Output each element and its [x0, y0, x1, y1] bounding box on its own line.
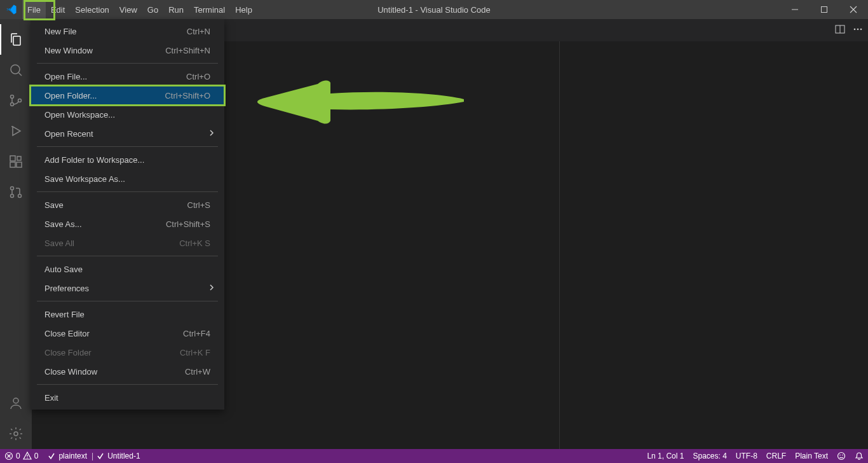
svg-point-13 — [11, 195, 14, 198]
svg-rect-11 — [17, 156, 21, 160]
menu-item-close-editor[interactable]: Close EditorCtrl+F4 — [31, 324, 224, 343]
menu-item-shortcut: Ctrl+W — [185, 367, 210, 377]
menu-help[interactable]: Help — [230, 0, 257, 19]
svg-point-6 — [18, 99, 22, 102]
activity-git-pr-icon[interactable] — [0, 177, 32, 207]
menu-item-label: Preferences — [44, 284, 89, 293]
menu-item-close-window[interactable]: Close WindowCtrl+W — [31, 362, 224, 381]
menu-item-label: Save As... — [44, 219, 82, 229]
svg-rect-0 — [792, 10, 798, 10]
menu-item-auto-save[interactable]: Auto Save — [31, 259, 224, 279]
menu-separator — [37, 63, 218, 64]
menu-item-exit[interactable]: Exit — [31, 388, 224, 407]
svg-point-4 — [11, 95, 14, 99]
activity-run-debug-icon[interactable] — [0, 116, 32, 146]
menu-selection[interactable]: Selection — [70, 0, 114, 19]
menu-terminal[interactable]: Terminal — [189, 0, 230, 19]
menu-item-shortcut: Ctrl+Shift+S — [166, 219, 210, 229]
svg-point-5 — [11, 103, 14, 106]
menu-item-shortcut: Ctrl+Shift+N — [165, 46, 210, 55]
menu-separator — [37, 301, 218, 301]
svg-rect-9 — [10, 162, 15, 167]
menu-item-save-as[interactable]: Save As...Ctrl+Shift+S — [31, 214, 224, 233]
menu-item-label: Close Editor — [44, 329, 90, 338]
menu-item-label: Close Window — [44, 367, 97, 377]
menu-item-shortcut: Ctrl+K S — [179, 238, 210, 248]
menu-item-shortcut: Ctrl+K F — [180, 348, 210, 357]
menu-item-preferences[interactable]: Preferences — [31, 279, 224, 298]
activity-source-control-icon[interactable] — [0, 85, 32, 116]
file-menu-dropdown: New FileCtrl+NNew WindowCtrl+Shift+NOpen… — [31, 19, 224, 410]
menu-item-add-folder-to-workspace[interactable]: Add Folder to Workspace... — [31, 150, 224, 169]
status-language-mode-left[interactable]: plaintext — [43, 449, 92, 463]
svg-point-27 — [842, 455, 843, 456]
menu-item-new-window[interactable]: New WindowCtrl+Shift+N — [31, 41, 224, 60]
menu-item-open-recent[interactable]: Open Recent — [31, 124, 224, 143]
menu-item-label: Open Recent — [44, 129, 93, 139]
menu-item-label: Add Folder to Workspace... — [44, 155, 144, 165]
activity-explorer-icon[interactable] — [0, 24, 32, 55]
menu-view[interactable]: View — [114, 0, 142, 19]
svg-rect-10 — [17, 162, 22, 167]
menu-separator — [37, 256, 218, 256]
status-feedback-icon[interactable] — [832, 449, 850, 463]
menu-item-open-file[interactable]: Open File...Ctrl+O — [31, 67, 224, 86]
menu-separator — [37, 191, 218, 192]
status-eol[interactable]: CRLF — [762, 449, 790, 463]
svg-point-12 — [11, 187, 14, 190]
svg-point-20 — [857, 28, 859, 30]
status-encoding[interactable]: UTF-8 — [731, 449, 762, 463]
menu-item-new-file[interactable]: New FileCtrl+N — [31, 22, 224, 41]
menu-item-label: Save Workspace As... — [44, 174, 125, 184]
menu-run[interactable]: Run — [163, 0, 189, 19]
minimize-button[interactable] — [780, 0, 810, 19]
menu-item-label: Save — [44, 200, 64, 210]
menu-item-shortcut: Ctrl+F4 — [183, 329, 210, 338]
menu-item-label: Revert File — [44, 310, 85, 319]
menu-go[interactable]: Go — [142, 0, 163, 19]
activity-account-icon[interactable] — [0, 388, 32, 418]
close-button[interactable] — [839, 0, 868, 19]
statusbar: 0 0 plaintext | Untitled-1 Ln 1, Col 1 S… — [0, 449, 868, 463]
chevron-right-icon — [208, 129, 215, 139]
titlebar: File Edit Selection View Go Run Terminal… — [0, 0, 868, 19]
svg-point-21 — [860, 28, 862, 30]
menu-item-save-workspace-as[interactable]: Save Workspace As... — [31, 169, 224, 188]
status-language-left-label: plaintext — [58, 452, 87, 460]
status-indentation[interactable]: Spaces: 4 — [688, 449, 731, 463]
status-notifications-icon[interactable] — [850, 449, 868, 463]
menu-item-close-folder: Close FolderCtrl+K F — [31, 343, 224, 362]
menu-item-label: Open Workspace... — [44, 110, 115, 120]
menu-item-save-all: Save AllCtrl+K S — [31, 233, 224, 252]
window-title: Untitled-1 - Visual Studio Code — [377, 5, 491, 15]
svg-point-15 — [13, 398, 18, 403]
status-line-col[interactable]: Ln 1, Col 1 — [642, 449, 688, 463]
svg-point-16 — [14, 432, 18, 436]
menu-item-open-folder[interactable]: Open Folder...Ctrl+Shift+O — [31, 86, 224, 105]
more-actions-icon[interactable] — [853, 24, 863, 37]
menu-item-label: Save All — [44, 238, 74, 248]
activity-settings-gear-icon[interactable] — [0, 418, 32, 449]
status-warnings-count: 0 — [34, 452, 39, 460]
status-errors-count: 0 — [16, 452, 20, 460]
svg-point-2 — [11, 65, 20, 74]
menubar: File Edit Selection View Go Run Terminal… — [22, 0, 257, 19]
menu-item-save[interactable]: SaveCtrl+S — [31, 195, 224, 214]
menu-file[interactable]: File — [22, 0, 46, 19]
menu-item-open-workspace[interactable]: Open Workspace... — [31, 105, 224, 124]
menu-edit[interactable]: Edit — [46, 0, 70, 19]
menu-item-label: Open Folder... — [44, 91, 97, 100]
menu-item-revert-file[interactable]: Revert File — [31, 305, 224, 324]
split-editor-icon[interactable] — [835, 24, 845, 37]
svg-rect-8 — [10, 156, 15, 161]
status-filename[interactable]: | Untitled-1 — [92, 449, 144, 463]
activity-search-icon[interactable] — [0, 55, 32, 85]
menu-item-shortcut: Ctrl+O — [186, 72, 210, 81]
maximize-button[interactable] — [810, 0, 839, 19]
menu-item-shortcut: Ctrl+Shift+O — [165, 91, 210, 100]
vscode-app-icon — [0, 0, 22, 19]
status-language[interactable]: Plain Text — [790, 449, 832, 463]
activity-extensions-icon[interactable] — [0, 146, 32, 177]
minimap[interactable] — [559, 41, 868, 449]
status-problems[interactable]: 0 0 — [0, 449, 43, 463]
